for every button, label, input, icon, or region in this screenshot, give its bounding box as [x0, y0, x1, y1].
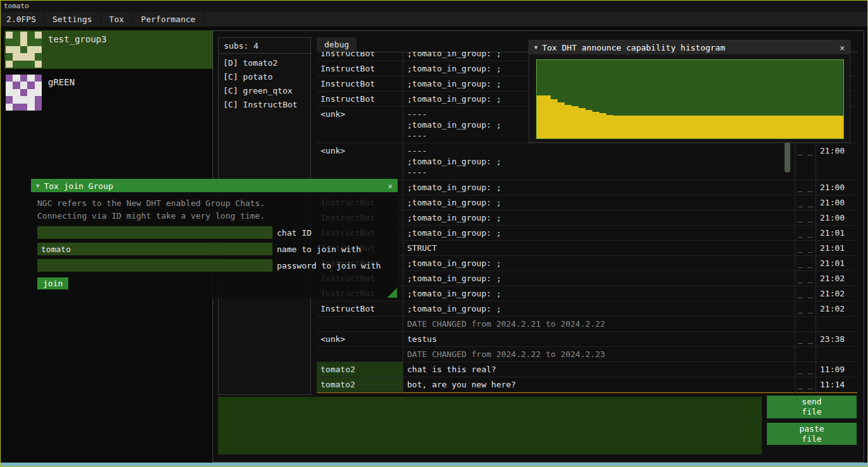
close-icon[interactable]: ✕ [388, 181, 393, 191]
message-status: _ _ [795, 271, 816, 286]
subs-item[interactable]: [C] InstructBot [219, 98, 310, 112]
message-sender [317, 347, 403, 361]
subs-item[interactable]: [C] potato [219, 70, 310, 84]
scrollbar-thumb[interactable] [785, 141, 790, 173]
paste-file-button[interactable]: paste file [767, 423, 857, 445]
message-sender: tomato2 [317, 377, 403, 392]
message-row: InstructBot;tomato_in_group: ;_ _21:02 [317, 301, 857, 317]
message-time [816, 347, 857, 361]
join-input-name-to-join-with[interactable] [37, 243, 272, 255]
message-status: _ _ [795, 377, 816, 392]
histogram-bar [641, 116, 648, 138]
message-row: <unk>---- ;tomato_in_group: ; ----_ _21:… [317, 143, 857, 180]
contact-avatar [6, 32, 42, 68]
message-row: tomato2chat is this real?_ _11:09 [317, 362, 857, 377]
message-status: _ _ [795, 143, 816, 179]
histogram-bar [565, 105, 572, 138]
message-sender: <unk> [317, 143, 403, 179]
message-time: 11:09 [816, 362, 857, 377]
join-field-row: name to join with [37, 243, 391, 255]
histogram-bar [816, 116, 822, 138]
message-status: _ _ [795, 332, 816, 346]
join-input-chat-ID[interactable] [37, 226, 272, 239]
histogram-bar [585, 110, 592, 138]
join-field-row: password to join with [37, 259, 391, 272]
histogram-bar [620, 116, 627, 138]
histogram-bar [599, 113, 606, 138]
message-time: 21:01 [816, 226, 857, 240]
histogram-bar [669, 116, 676, 138]
message-status: _ _ [795, 180, 816, 195]
menu-settings[interactable]: Settings [44, 12, 101, 27]
message-row: InstructBot;tomato_in_group: ;_ _21:00 [317, 180, 857, 195]
message-status: _ _ [795, 226, 816, 240]
message-msg: bot, are you new here? [403, 377, 795, 392]
collapse-arrow-icon[interactable]: ▼ [534, 44, 537, 51]
message-time: 21:02 [816, 271, 857, 286]
histogram-bar [613, 116, 620, 138]
collapse-arrow-icon[interactable]: ▼ [36, 183, 39, 189]
histogram-bar [829, 116, 836, 138]
contact-name: test_group3 [48, 34, 107, 68]
fps-counter: 2.0FPS [1, 12, 44, 27]
join-dialog-body: NGC refers to the New DHT enabled Group … [31, 192, 398, 298]
histogram-bar [558, 102, 565, 138]
histogram-bar [802, 116, 809, 138]
contact-item-gREEN[interactable]: gREEN [4, 73, 213, 112]
join-field-label: chat ID [277, 228, 312, 238]
histogram-bar [731, 116, 738, 138]
message-row: InstructBotSTRUCT_ _21:01 [317, 241, 857, 256]
join-field-row: chat ID [37, 226, 391, 239]
histogram-bar [724, 116, 731, 138]
message-time: 21:01 [816, 241, 857, 255]
message-sender: InstructBot [317, 61, 403, 76]
histogram-bar [718, 116, 724, 138]
histogram-bar [662, 116, 669, 138]
subs-item[interactable]: [C] green_qtox [219, 84, 310, 98]
message-time: 11:15 [816, 392, 857, 393]
join-group-dialog: ▼ Tox join Group ✕ NGC refers to the New… [31, 179, 398, 298]
histogram-title: Tox DHT announce capability histogram [542, 43, 725, 52]
join-field-label: name to join with [277, 245, 361, 254]
message-time: 23:38 [816, 332, 857, 346]
message-msg: chat is this real? [403, 362, 795, 377]
message-msg: ;tomato_in_group: ; [403, 256, 795, 270]
menu-tox[interactable]: Tox [101, 12, 133, 27]
contact-item-test_group3[interactable]: test_group3 [4, 30, 213, 69]
histogram-bar [544, 95, 551, 138]
message-sender: InstructBot [317, 92, 403, 106]
window-titlebar[interactable]: tomato [1, 1, 867, 12]
message-msg: STRUCT [403, 241, 795, 255]
menu-performance[interactable]: Performance [133, 12, 204, 27]
histogram-bar [551, 99, 558, 138]
histogram-bar [606, 115, 613, 138]
message-status: _ _ [795, 195, 816, 210]
histogram-bar [767, 116, 774, 138]
histogram-bar [822, 116, 829, 138]
join-dialog-titlebar[interactable]: ▼ Tox join Group ✕ [31, 179, 398, 193]
message-time: 21:01 [816, 256, 857, 270]
close-icon[interactable]: ✕ [840, 43, 845, 52]
message-status [795, 317, 816, 331]
histogram-bar [745, 116, 752, 138]
histogram-bar [788, 116, 795, 138]
message-msg: DATE CHANGED from 2024.2.21 to 2024.2.22 [403, 317, 795, 331]
message-status: _ _ [795, 301, 816, 316]
message-msg: ;tomato_in_group: ; [403, 271, 795, 286]
message-time: 21:02 [816, 301, 857, 316]
message-row: <unk>testus_ _23:38 [317, 332, 857, 347]
message-input[interactable] [218, 397, 762, 454]
message-sender [317, 317, 403, 331]
join-input-password-to-join-with[interactable] [37, 259, 272, 272]
histogram-titlebar[interactable]: ▼ Tox DHT announce capability histogram … [529, 40, 850, 54]
message-sender: InstructBot [317, 52, 403, 61]
subs-item[interactable]: [D] tomato2 [219, 56, 310, 70]
tab-debug[interactable]: debug [317, 37, 357, 52]
join-button[interactable]: join [37, 277, 68, 289]
histogram-bar [676, 116, 683, 138]
resize-grip[interactable] [388, 288, 397, 298]
histogram-bar [704, 116, 711, 138]
join-info-line2: Connecting via ID might take a very long… [37, 210, 391, 222]
message-msg: No, I've been in this group for quite so… [403, 392, 795, 393]
send-file-button[interactable]: send file [767, 396, 857, 418]
